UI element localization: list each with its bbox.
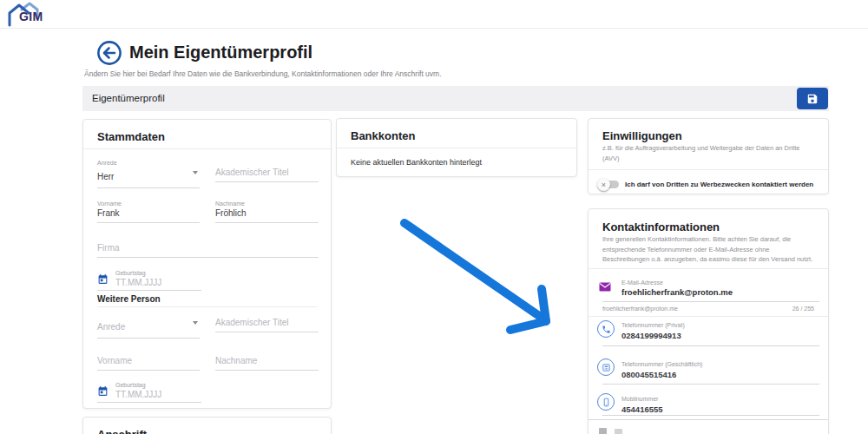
firma-field (97, 243, 319, 258)
chevron-down-icon (193, 321, 198, 325)
einwilligungen-title: Einwilligungen (602, 129, 682, 142)
toggle-off-x-icon: × (597, 178, 610, 191)
geburtstag-label: Geburtstag (115, 270, 201, 276)
app-logo[interactable]: GIM (7, 1, 68, 27)
anrede-field: Anrede Herr (97, 160, 200, 188)
anrede-label: Anrede (97, 160, 200, 166)
phone-private-label: Telefonnummer (Privat) (621, 322, 685, 328)
divider (589, 169, 828, 170)
wp-geburtstag-label: Geburtstag (115, 382, 201, 388)
back-arrow-icon (96, 40, 122, 66)
vorname-input[interactable] (97, 208, 200, 223)
firma-input[interactable] (97, 243, 319, 258)
anschrift-title: Anschrift (97, 428, 147, 434)
divider (97, 306, 317, 307)
wp-nachname-input[interactable] (215, 356, 319, 371)
marketing-consent-label: Ich darf von Dritten zu Werbezwecken kon… (625, 181, 816, 188)
einwilligungen-card: Einwilligungen z.B. für die Auftragsvera… (588, 118, 829, 194)
email-label: E-Mail-Adresse (621, 279, 663, 286)
stammdaten-card: Stammdaten Anrede Herr Vorname Nachname (82, 119, 332, 409)
input-underline (602, 345, 819, 346)
wp-geburtstag-placeholder: TT.MM.JJJJ (115, 390, 201, 404)
email-char-counter: 26 / 255 (792, 306, 814, 312)
geburtstag-placeholder: TT.MM.JJJJ (115, 278, 201, 292)
divider (337, 148, 576, 148)
input-underline (602, 384, 819, 385)
office-phone-icon (597, 358, 615, 376)
toolbar-title: Eigentümerprofil (92, 93, 165, 103)
page-title: Mein Eigentümerprofil (129, 43, 312, 62)
page-subtitle: Ändern Sie hier bei Bedarf Ihre Daten wi… (84, 69, 442, 78)
input-underline (602, 415, 819, 416)
vorname-field: Vorname (97, 201, 200, 223)
anrede-value: Herr (97, 172, 114, 181)
mobile-label: Mobilnummer (621, 396, 658, 402)
chevron-down-icon (193, 171, 198, 174)
phone-business-value[interactable]: 080045515416 (621, 370, 676, 379)
wp-anrede-placeholder: Anrede (97, 322, 125, 332)
geburtstag-field[interactable]: Geburtstag TT.MM.JJJJ (97, 270, 201, 291)
app-screen: GIM Mein Eigentümerprofil Ändern Sie hie… (0, 0, 868, 434)
kontaktinformationen-card: Kontaktinformationen Ihre generellen Kon… (588, 208, 829, 434)
nachname-field: Nachname (215, 201, 319, 223)
next-row-partial-icon (615, 429, 622, 434)
bankkonten-card: Bankkonten Keine aktuellen Bankkonten hi… (336, 118, 577, 177)
save-icon (806, 93, 819, 105)
mobile-phone-icon (597, 393, 615, 411)
wp-nachname-field (215, 356, 319, 371)
input-underline (602, 301, 819, 302)
akad-titel-field (215, 168, 319, 182)
email-value[interactable]: froehlicherfrank@proton.me (621, 287, 733, 297)
nachname-input[interactable] (215, 208, 319, 223)
wp-anrede-field: Anrede (97, 318, 200, 339)
next-row-partial-icon (599, 428, 607, 434)
profile-toolbar: Eigentümerprofil (82, 86, 829, 111)
email-icon (599, 282, 611, 292)
phone-private-value[interactable]: 0284199994913 (621, 331, 681, 340)
divider (589, 316, 828, 317)
top-bar: GIM (0, 0, 868, 29)
kontakt-title: Kontaktinformationen (602, 220, 720, 233)
stammdaten-title: Stammdaten (97, 130, 165, 143)
phone-business-label: Telefonnummer (Geschäftlich) (621, 361, 702, 367)
wp-vorname-input[interactable] (97, 356, 200, 371)
logo-text: GIM (19, 10, 43, 23)
anschrift-card: Anschrift (82, 417, 332, 434)
bankkonten-title: Bankkonten (351, 129, 415, 142)
marketing-consent-toggle[interactable]: × (597, 178, 621, 191)
calendar-icon (97, 273, 108, 285)
back-button[interactable] (96, 40, 122, 66)
einwilligungen-subtitle: z.B. für die Auftragsverarbeitung und We… (602, 143, 816, 163)
anrede-select[interactable]: Herr (97, 168, 200, 188)
divider (83, 148, 331, 149)
wp-geburtstag-field[interactable]: Geburtstag TT.MM.JJJJ (97, 382, 201, 403)
mobile-value[interactable]: 454416555 (621, 404, 663, 414)
nachname-label: Nachname (215, 201, 319, 207)
kontakt-description: Ihre generellen Kontaktinformationen. Bi… (602, 234, 818, 265)
wp-vorname-field (97, 356, 200, 371)
akademischer-titel-input[interactable] (215, 168, 319, 182)
weitere-person-heading: Weitere Person (97, 294, 161, 304)
vorname-label: Vorname (97, 201, 200, 207)
phone-icon (597, 320, 615, 338)
wp-akad-titel-field (215, 318, 319, 332)
email-helper-text: froehlicherfrank@proton.me (602, 306, 678, 312)
annotation-arrow (391, 208, 564, 339)
wp-akademischer-titel-input[interactable] (215, 318, 319, 332)
calendar-icon (97, 385, 108, 397)
bankkonten-empty-text: Keine aktuellen Bankkonten hinterlegt (351, 158, 482, 167)
divider (589, 268, 828, 269)
wp-anrede-select[interactable]: Anrede (97, 318, 200, 339)
divider (589, 419, 828, 420)
save-button[interactable] (797, 88, 828, 109)
